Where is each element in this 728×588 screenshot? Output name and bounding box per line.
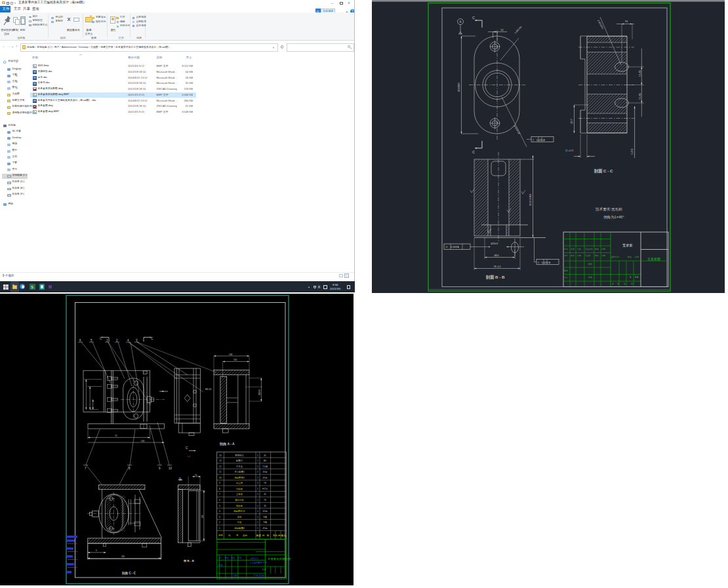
svg-text:Ø100f9: Ø100f9 xyxy=(457,82,460,91)
svg-text:14: 14 xyxy=(500,28,504,31)
svg-text:1: 1 xyxy=(257,521,258,524)
svg-text:回转盘: 回转盘 xyxy=(236,505,243,507)
svg-text:45钢: 45钢 xyxy=(263,476,268,479)
svg-text:T10A: T10A xyxy=(262,465,268,468)
svg-text:0.008 A: 0.008 A xyxy=(451,246,459,248)
svg-text:签名: 签名 xyxy=(595,248,599,250)
svg-text:签名: 签名 xyxy=(571,254,575,257)
svg-text:张: 张 xyxy=(631,283,633,285)
svg-text:T8A: T8A xyxy=(263,521,268,524)
svg-text:审定: 审定 xyxy=(588,263,592,265)
svg-text:1: 1 xyxy=(219,527,220,530)
svg-text:45钢: 45钢 xyxy=(263,526,268,530)
svg-text:钻模板: 钻模板 xyxy=(235,487,243,490)
svg-text:设计: 设计 xyxy=(564,254,568,257)
svg-text:共: 共 xyxy=(612,283,614,285)
svg-text:1: 1 xyxy=(257,505,258,507)
svg-text:开口垫圈4: 开口垫圈4 xyxy=(234,470,244,473)
svg-text:手柄: 手柄 xyxy=(237,515,242,519)
svg-text:160: 160 xyxy=(201,515,204,518)
svg-text:日期: 日期 xyxy=(601,254,605,257)
svg-text:1: 1 xyxy=(257,477,258,479)
svg-text://: // xyxy=(533,139,534,142)
svg-text:批准: 批准 xyxy=(588,276,592,279)
svg-text:45: 45 xyxy=(264,505,266,507)
svg-text:11: 11 xyxy=(219,471,222,473)
svg-text:主轴套: 主轴套 xyxy=(236,493,243,496)
svg-text://: // xyxy=(538,262,539,264)
svg-text:0.025 B: 0.025 B xyxy=(542,262,551,264)
svg-text:T8: T8 xyxy=(264,482,266,484)
svg-text:签名: 签名 xyxy=(595,254,599,257)
svg-text:名称: 名称 xyxy=(243,534,247,537)
svg-text:剖面 C - C: 剖面 C - C xyxy=(121,571,136,576)
svg-text:19+.05: 19+.05 xyxy=(639,70,641,77)
svg-text:Ø25h7: Ø25h7 xyxy=(491,243,498,245)
svg-text:0.025 A: 0.025 A xyxy=(536,139,545,142)
svg-text:M8×20: M8×20 xyxy=(205,388,212,391)
svg-text:日期: 日期 xyxy=(577,254,581,257)
svg-text:T8: T8 xyxy=(264,499,266,501)
svg-text:6: 6 xyxy=(219,499,220,501)
svg-text:9: 9 xyxy=(219,482,220,484)
svg-text:特制螺母4: 特制螺母4 xyxy=(234,476,244,479)
svg-text:共1张 第1张: 共1张 第1张 xyxy=(253,574,264,577)
svg-text:C: C xyxy=(472,16,475,20)
svg-text:8: 8 xyxy=(219,488,220,490)
svg-text:比例: 比例 xyxy=(263,561,267,564)
svg-text:1:1: 1:1 xyxy=(262,568,266,571)
svg-text:10: 10 xyxy=(219,477,222,479)
svg-text:45钢: 45钢 xyxy=(263,470,268,473)
svg-text:支座: 支座 xyxy=(237,521,242,524)
svg-text:2: 2 xyxy=(219,521,220,524)
svg-text:标记: 标记 xyxy=(563,248,568,250)
svg-text:A: A xyxy=(459,20,461,24)
svg-text:54C8 -0.008: 54C8 -0.008 xyxy=(529,194,532,206)
svg-text:4: 4 xyxy=(219,510,220,513)
svg-text:Ø50: Ø50 xyxy=(494,254,498,257)
svg-text:审核: 审核 xyxy=(237,557,242,559)
svg-text:图 B - B: 图 B - B xyxy=(184,559,194,562)
svg-text:阶段标记: 阶段标记 xyxy=(611,256,619,258)
svg-text:148: 148 xyxy=(229,353,233,356)
svg-text:1: 1 xyxy=(257,465,258,468)
svg-text:张: 张 xyxy=(617,283,619,285)
svg-text:Ø50H7: Ø50H7 xyxy=(258,389,261,395)
svg-text:C: C xyxy=(472,150,475,154)
svg-text:阶段标记: 阶段标记 xyxy=(251,557,258,560)
svg-text:1: 1 xyxy=(257,460,258,462)
svg-text:特制垫圈4: 特制垫圈4 xyxy=(234,527,244,530)
svg-text:剖面 C - C: 剖面 C - C xyxy=(594,168,613,174)
svg-text:更改文件: 更改文件 xyxy=(585,248,593,250)
svg-text:剖面 A - A: 剖面 A - A xyxy=(219,442,235,446)
svg-text:95: 95 xyxy=(625,20,628,23)
svg-text:1: 1 xyxy=(257,471,258,473)
svg-text:100: 100 xyxy=(233,359,237,361)
svg-text:支承套: 支承套 xyxy=(622,243,633,248)
svg-text:处数: 处数 xyxy=(570,248,575,250)
svg-text:1: 1 xyxy=(257,516,258,519)
svg-text:备注: 备注 xyxy=(281,534,286,537)
svg-text:序号: 序号 xyxy=(218,534,223,537)
svg-text:1: 1 xyxy=(257,488,258,490)
svg-text:倒角为1×45°: 倒角为1×45° xyxy=(603,215,624,220)
svg-text:螺母M12: 螺母M12 xyxy=(235,454,243,457)
svg-text:1: 1 xyxy=(257,499,258,501)
svg-text:单件: 单件 xyxy=(273,534,277,537)
svg-text:支承套夹具装配图: 支承套夹具装配图 xyxy=(268,557,291,560)
svg-text:45: 45 xyxy=(264,454,266,457)
svg-text:12: 12 xyxy=(219,465,222,468)
svg-text:45钢: 45钢 xyxy=(263,509,268,513)
svg-text:日期: 日期 xyxy=(601,248,605,250)
svg-text:标准化: 标准化 xyxy=(584,254,591,257)
svg-text:标准: 标准 xyxy=(218,564,223,566)
svg-text:240: 240 xyxy=(121,555,125,558)
svg-text:16: 16 xyxy=(179,477,182,480)
svg-text:45: 45 xyxy=(264,493,266,496)
svg-text:重量: 重量 xyxy=(258,561,262,564)
svg-text:75: 75 xyxy=(115,435,117,437)
svg-text:支承套: 支承套 xyxy=(236,465,243,468)
svg-text:日期: 日期 xyxy=(233,574,237,577)
svg-text:分区: 分区 xyxy=(577,248,581,250)
svg-text:A3: A3 xyxy=(264,460,266,462)
